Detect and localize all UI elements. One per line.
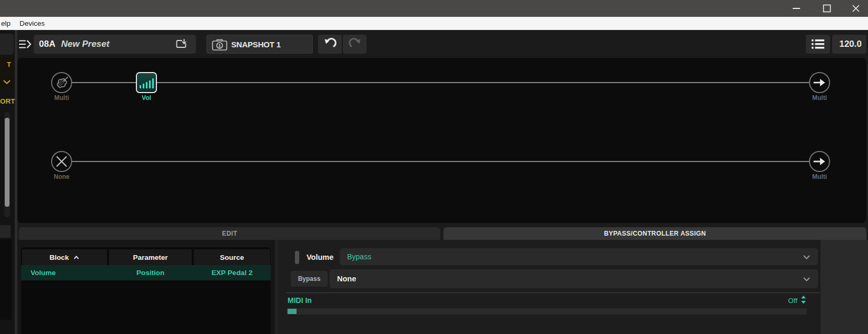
maximize-button[interactable]	[815, 0, 839, 17]
undo-icon	[323, 38, 337, 50]
block-drag-handle[interactable]	[295, 251, 299, 264]
path2-output-node[interactable]	[809, 151, 830, 172]
snapshot-label: SNAPSHOT 1	[231, 35, 281, 54]
preset-name: New Preset	[61, 35, 110, 54]
block-parameter-dropdown[interactable]: Bypass	[340, 248, 818, 265]
sidebar-cut-panel-edge	[0, 225, 11, 238]
chevron-down-icon	[803, 255, 811, 259]
volume-bars-icon	[138, 74, 155, 91]
undo-button[interactable]	[318, 35, 342, 54]
column-header-block[interactable]: Block	[22, 249, 107, 265]
value-stepper[interactable]	[801, 295, 806, 305]
tab-bypass-controller-assign[interactable]: BYPASS/CONTROLLER ASSIGN	[443, 227, 866, 240]
snapshot-camera-icon: 1	[212, 38, 228, 51]
library-toggle-button[interactable]	[18, 38, 33, 50]
snapshot-selector[interactable]: 1 SNAPSHOT 1	[206, 35, 313, 54]
detail-separator	[287, 292, 820, 293]
column-header-parameter-label: Parameter	[133, 254, 167, 261]
path2-output-label: Multi	[806, 173, 833, 180]
midi-in-slider-handle[interactable]	[288, 309, 297, 314]
sidebar-scrollbar-thumb[interactable]	[5, 118, 9, 207]
block-parameter-value: Bypass	[347, 248, 371, 265]
bypass-chip-label: Bypass	[291, 271, 328, 287]
chevron-down-gold-icon	[3, 79, 11, 84]
row-parameter-cell: Position	[109, 265, 192, 280]
midi-in-label: MIDI In	[288, 296, 312, 305]
title-bar	[0, 0, 868, 17]
sidebar-stub-button[interactable]	[0, 34, 14, 55]
sidebar-cut-chevron-button[interactable]	[0, 74, 14, 89]
path1-signal-line	[62, 82, 820, 84]
tempo-display[interactable]: 120.0	[832, 35, 866, 54]
svg-text:1: 1	[218, 43, 221, 48]
arrow-right-icon	[811, 153, 828, 170]
none-input-icon	[53, 153, 71, 170]
menu-bar: elp Devices	[0, 17, 868, 30]
arrow-right-icon	[811, 74, 828, 92]
column-header-block-label: Block	[50, 254, 69, 261]
menu-devices[interactable]: Devices	[18, 17, 46, 30]
path2-signal-line	[62, 161, 820, 163]
sidebar-cut-item-top-label: T	[7, 60, 11, 68]
row-source-cell: EXP Pedal 2	[194, 265, 270, 280]
sort-ascending-icon	[73, 255, 80, 259]
close-icon	[852, 4, 860, 13]
redo-button[interactable]	[343, 35, 367, 54]
path1-input-node[interactable]	[51, 72, 72, 93]
hx-edit-window: elp Devices T ORT 08A New Preset	[0, 0, 868, 334]
assign-table-row[interactable]: Volume Position EXP Pedal 2	[21, 265, 271, 280]
tab-edit[interactable]: EDIT	[19, 227, 440, 240]
column-header-parameter[interactable]: Parameter	[109, 249, 192, 265]
bottom-right-gutter	[821, 240, 868, 334]
path1-output-label: Multi	[806, 94, 833, 102]
list-icon	[812, 39, 824, 49]
list-view-button[interactable]	[806, 35, 830, 54]
sidebar-cut-item-top[interactable]: T	[0, 57, 14, 72]
volume-block-label: Vol	[133, 94, 160, 102]
redo-icon	[348, 38, 362, 50]
minimize-icon	[792, 7, 801, 9]
preset-name-box[interactable]: 08A New Preset	[34, 35, 196, 54]
preset-slot-number: 08A	[39, 35, 55, 54]
chevron-down-icon	[803, 277, 811, 281]
menu-help-cut[interactable]: elp	[0, 17, 12, 30]
save-preset-icon[interactable]	[175, 38, 188, 50]
midi-in-slider-track[interactable]	[287, 308, 807, 315]
midi-in-value: Off	[764, 297, 797, 305]
row-block-cell: Volume	[31, 265, 56, 280]
detail-block-label: Volume	[307, 251, 333, 264]
path1-input-label: Multi	[48, 94, 75, 102]
minimize-button[interactable]	[784, 0, 808, 17]
path2-input-node[interactable]	[51, 151, 72, 172]
guitar-input-icon	[53, 74, 71, 92]
menu-arrow-icon	[19, 39, 32, 49]
bypass-source-value: None	[337, 269, 356, 288]
close-button[interactable]	[844, 0, 868, 17]
column-header-source[interactable]: Source	[194, 249, 270, 265]
maximize-icon	[823, 4, 831, 13]
path1-output-node[interactable]	[809, 72, 830, 93]
bypass-source-dropdown[interactable]: None	[330, 269, 818, 288]
sidebar-cut-dark-panel	[0, 239, 12, 320]
sidebar-cut-item-bottom-label[interactable]: ORT	[0, 97, 15, 105]
path2-input-label: None	[48, 173, 75, 180]
column-header-source-label: Source	[220, 254, 244, 261]
volume-block[interactable]	[136, 72, 157, 93]
